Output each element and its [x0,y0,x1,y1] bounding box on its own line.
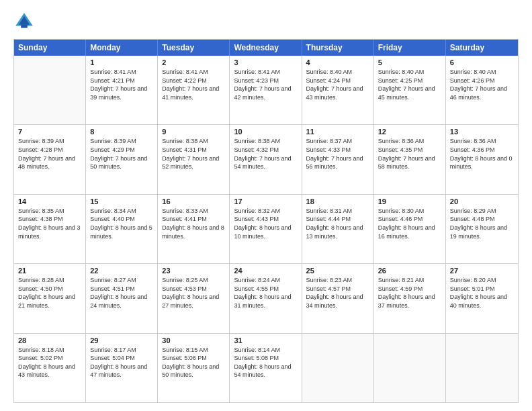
day-cell-28: 28Sunrise: 8:18 AMSunset: 5:02 PMDayligh… [14,334,86,402]
day-cell-7: 7Sunrise: 8:39 AMSunset: 4:28 PMDaylight… [14,125,86,193]
day-cell-10: 10Sunrise: 8:38 AMSunset: 4:32 PMDayligh… [230,125,302,193]
day-number: 18 [306,197,369,205]
day-info: Sunrise: 8:38 AMSunset: 4:32 PMDaylight:… [234,137,297,171]
day-cell-23: 23Sunrise: 8:25 AMSunset: 4:53 PMDayligh… [158,264,230,332]
day-number: 23 [162,267,225,275]
header [13,11,519,32]
day-info: Sunrise: 8:39 AMSunset: 4:28 PMDaylight:… [18,137,81,171]
day-cell-17: 17Sunrise: 8:32 AMSunset: 4:43 PMDayligh… [230,195,302,263]
day-info: Sunrise: 8:29 AMSunset: 4:48 PMDaylight:… [450,207,514,240]
svg-rect-2 [21,25,28,28]
header-day-saturday: Saturday [446,40,518,56]
day-info: Sunrise: 8:30 AMSunset: 4:46 PMDaylight:… [378,207,441,240]
day-number: 28 [18,336,81,345]
day-number: 9 [162,128,225,136]
day-cell-19: 19Sunrise: 8:30 AMSunset: 4:46 PMDayligh… [374,195,446,263]
day-cell-4: 4Sunrise: 8:40 AMSunset: 4:24 PMDaylight… [302,56,374,124]
day-info: Sunrise: 8:25 AMSunset: 4:53 PMDaylight:… [162,276,225,310]
day-info: Sunrise: 8:36 AMSunset: 4:35 PMDaylight:… [378,137,441,171]
day-cell-11: 11Sunrise: 8:37 AMSunset: 4:33 PMDayligh… [302,125,374,193]
header-day-friday: Friday [374,40,446,56]
day-number: 11 [306,128,369,136]
day-info: Sunrise: 8:23 AMSunset: 4:57 PMDaylight:… [306,276,369,310]
day-info: Sunrise: 8:15 AMSunset: 5:06 PMDaylight:… [162,346,225,379]
day-cell-9: 9Sunrise: 8:38 AMSunset: 4:31 PMDaylight… [158,125,230,193]
day-number: 21 [18,267,81,275]
day-number: 25 [306,267,369,275]
calendar-week-2: 7Sunrise: 8:39 AMSunset: 4:28 PMDaylight… [14,125,518,194]
day-info: Sunrise: 8:20 AMSunset: 5:01 PMDaylight:… [450,276,514,310]
day-cell-31: 31Sunrise: 8:14 AMSunset: 5:08 PMDayligh… [230,334,302,402]
day-number: 27 [450,267,514,275]
day-info: Sunrise: 8:40 AMSunset: 4:24 PMDaylight:… [306,68,369,101]
day-number: 16 [162,197,225,205]
header-day-wednesday: Wednesday [230,40,302,56]
day-cell-2: 2Sunrise: 8:41 AMSunset: 4:22 PMDaylight… [158,56,230,124]
day-info: Sunrise: 8:33 AMSunset: 4:41 PMDaylight:… [162,207,225,240]
empty-cell [14,56,86,124]
day-info: Sunrise: 8:40 AMSunset: 4:25 PMDaylight:… [378,68,441,101]
day-info: Sunrise: 8:28 AMSunset: 4:50 PMDaylight:… [18,276,81,310]
day-cell-5: 5Sunrise: 8:40 AMSunset: 4:25 PMDaylight… [374,56,446,124]
day-cell-21: 21Sunrise: 8:28 AMSunset: 4:50 PMDayligh… [14,264,86,332]
day-info: Sunrise: 8:17 AMSunset: 5:04 PMDaylight:… [90,346,153,379]
calendar-week-5: 28Sunrise: 8:18 AMSunset: 5:02 PMDayligh… [14,334,518,402]
day-cell-20: 20Sunrise: 8:29 AMSunset: 4:48 PMDayligh… [446,195,518,263]
day-number: 6 [450,58,514,66]
day-number: 5 [378,58,441,66]
day-number: 20 [450,197,514,205]
day-info: Sunrise: 8:41 AMSunset: 4:22 PMDaylight:… [162,68,225,101]
day-number: 22 [90,267,153,275]
empty-cell [446,334,518,402]
day-info: Sunrise: 8:40 AMSunset: 4:26 PMDaylight:… [450,68,514,101]
header-day-monday: Monday [86,40,158,56]
calendar-week-4: 21Sunrise: 8:28 AMSunset: 4:50 PMDayligh… [14,264,518,333]
day-info: Sunrise: 8:41 AMSunset: 4:21 PMDaylight:… [90,68,153,101]
calendar: SundayMondayTuesdayWednesdayThursdayFrid… [13,39,519,403]
calendar-header: SundayMondayTuesdayWednesdayThursdayFrid… [14,40,518,56]
day-cell-3: 3Sunrise: 8:41 AMSunset: 4:23 PMDaylight… [230,56,302,124]
day-info: Sunrise: 8:14 AMSunset: 5:08 PMDaylight:… [234,346,297,379]
day-number: 14 [18,197,81,205]
day-info: Sunrise: 8:32 AMSunset: 4:43 PMDaylight:… [234,207,297,240]
day-number: 2 [162,58,225,66]
day-cell-15: 15Sunrise: 8:34 AMSunset: 4:40 PMDayligh… [86,195,158,263]
calendar-week-3: 14Sunrise: 8:35 AMSunset: 4:38 PMDayligh… [14,195,518,264]
page: SundayMondayTuesdayWednesdayThursdayFrid… [0,0,532,411]
calendar-body: 1Sunrise: 8:41 AMSunset: 4:21 PMDaylight… [14,56,518,402]
day-number: 1 [90,58,153,66]
day-number: 13 [450,128,514,136]
day-number: 26 [378,267,441,275]
day-cell-30: 30Sunrise: 8:15 AMSunset: 5:06 PMDayligh… [158,334,230,402]
day-number: 29 [90,336,153,345]
empty-cell [374,334,446,402]
day-info: Sunrise: 8:38 AMSunset: 4:31 PMDaylight:… [162,137,225,171]
day-cell-16: 16Sunrise: 8:33 AMSunset: 4:41 PMDayligh… [158,195,230,263]
day-info: Sunrise: 8:18 AMSunset: 5:02 PMDaylight:… [18,346,81,379]
day-cell-6: 6Sunrise: 8:40 AMSunset: 4:26 PMDaylight… [446,56,518,124]
day-number: 30 [162,336,225,345]
day-number: 19 [378,197,441,205]
day-cell-13: 13Sunrise: 8:36 AMSunset: 4:36 PMDayligh… [446,125,518,193]
empty-cell [302,334,374,402]
day-info: Sunrise: 8:39 AMSunset: 4:29 PMDaylight:… [90,137,153,171]
day-cell-14: 14Sunrise: 8:35 AMSunset: 4:38 PMDayligh… [14,195,86,263]
header-day-sunday: Sunday [14,40,86,56]
day-number: 31 [234,336,297,345]
day-cell-18: 18Sunrise: 8:31 AMSunset: 4:44 PMDayligh… [302,195,374,263]
day-info: Sunrise: 8:31 AMSunset: 4:44 PMDaylight:… [306,207,369,240]
day-info: Sunrise: 8:41 AMSunset: 4:23 PMDaylight:… [234,68,297,101]
day-number: 12 [378,128,441,136]
header-day-tuesday: Tuesday [158,40,230,56]
day-cell-8: 8Sunrise: 8:39 AMSunset: 4:29 PMDaylight… [86,125,158,193]
day-number: 15 [90,197,153,205]
day-cell-27: 27Sunrise: 8:20 AMSunset: 5:01 PMDayligh… [446,264,518,332]
day-info: Sunrise: 8:34 AMSunset: 4:40 PMDaylight:… [90,207,153,240]
day-number: 17 [234,197,297,205]
day-number: 24 [234,267,297,275]
day-number: 4 [306,58,369,66]
day-info: Sunrise: 8:37 AMSunset: 4:33 PMDaylight:… [306,137,369,171]
day-info: Sunrise: 8:27 AMSunset: 4:51 PMDaylight:… [90,276,153,310]
day-info: Sunrise: 8:35 AMSunset: 4:38 PMDaylight:… [18,207,81,240]
day-info: Sunrise: 8:21 AMSunset: 4:59 PMDaylight:… [378,276,441,310]
